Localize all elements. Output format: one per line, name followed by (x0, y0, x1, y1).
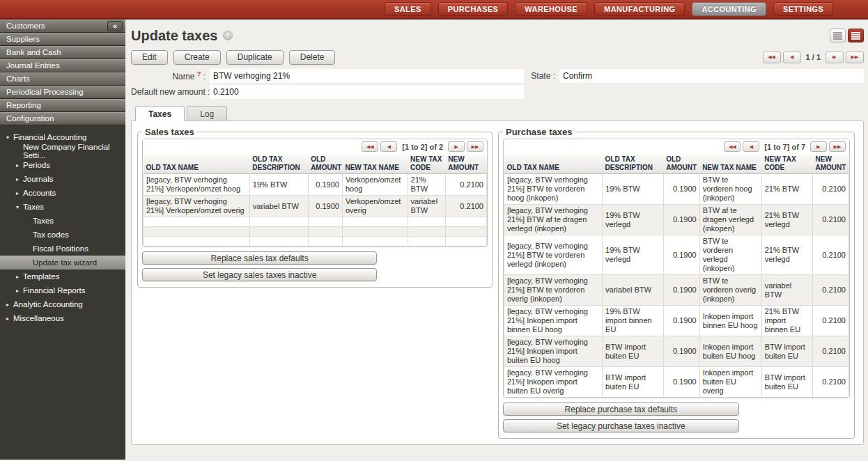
button-set-legacy-sales-taxes-inactive[interactable]: Set legacy sales taxes inactive (142, 268, 377, 281)
pager-last-button[interactable]: ▶▶ (467, 141, 483, 152)
pager-first-button[interactable]: ◀◀ (763, 52, 781, 63)
tab-log[interactable]: Log (187, 106, 227, 121)
tree-down-arrow-icon: ▾ (6, 134, 13, 141)
list-view-icon[interactable] (830, 29, 846, 42)
top-menu-sales[interactable]: SALES (385, 2, 431, 16)
sidebar-tree-item-periods[interactable]: ▸Periods (0, 158, 125, 172)
tree-right-arrow-icon: ▸ (16, 190, 23, 196)
pager-next-button[interactable]: ▶ (810, 141, 827, 152)
table-cell: 0.1900 (308, 174, 342, 196)
table-row[interactable]: [legacy, BTW verhoging 21%] BTW te vorde… (504, 235, 849, 275)
sidebar-tree-item-financial-accounting[interactable]: ▾Financial Accounting (0, 130, 125, 144)
table-row[interactable]: [legacy, BTW verhoging 21%] Verkopen/omz… (144, 196, 487, 217)
sidebar-tree-item-new-company-financial-setti-[interactable]: New Company Financial Setti... (0, 144, 125, 158)
column-header[interactable]: NEW AMOUNT (445, 154, 486, 174)
pager-last-button[interactable]: ▶▶ (829, 141, 846, 152)
column-header[interactable]: OLD TAX NAME (144, 154, 250, 174)
sidebar-item-periodical-processing[interactable]: Periodical Processing (0, 86, 125, 99)
pager-prev-button[interactable]: ◀ (743, 141, 759, 152)
sidebar-tree-item-update-tax-wizard[interactable]: Update tax wizard (0, 256, 125, 269)
pager-prev-button[interactable]: ◀ (380, 141, 397, 152)
table-row[interactable]: [legacy, BTW verhoging 21%] BTW af te dr… (504, 205, 849, 235)
column-header[interactable]: OLD AMOUNT (663, 154, 699, 174)
sidebar-item-customers[interactable]: Customers« (0, 19, 125, 33)
top-menu-purchases[interactable]: PURCHASES (438, 2, 509, 16)
name-label: Name ? : (131, 70, 208, 81)
default-new-amount-label: Default new amount : (131, 87, 208, 97)
pager-range-label: [1 to 7] of 7 (764, 143, 805, 151)
name-help-icon[interactable]: ? (197, 70, 201, 77)
sidebar-tree-item-accounts[interactable]: ▸Accounts (0, 186, 125, 200)
column-header[interactable]: NEW TAX CODE (408, 154, 445, 174)
column-header[interactable]: NEW AMOUNT (812, 154, 848, 174)
sidebar-tree-item-tax-codes[interactable]: Tax codes (0, 228, 125, 242)
table-row[interactable]: [legacy, BTW verhoging 21%] Inkopen impo… (504, 306, 849, 336)
column-header[interactable]: OLD TAX DESCRIPTION (603, 154, 664, 174)
sidebar-tree-item-analytic-accounting[interactable]: ▸Analytic Accounting (0, 297, 125, 311)
sidebar-collapse-icon[interactable]: « (107, 21, 123, 31)
purchase-actions: Replace purchase tax defaultsSet legacy … (503, 403, 850, 432)
sidebar-tree: ▾Financial AccountingNew Company Financi… (0, 125, 125, 325)
table-cell: [legacy, BTW verhoging 21%] BTW te vorde… (504, 275, 603, 306)
tab-taxes[interactable]: Taxes (135, 106, 185, 121)
sidebar-tree-item-templates[interactable]: ▸Templates (0, 269, 125, 283)
table-row[interactable]: [legacy, BTW verhoging 21%] Verkopen/omz… (144, 174, 487, 196)
button-replace-purchase-tax-defaults[interactable]: Replace purchase tax defaults (503, 403, 739, 416)
pager-next-button[interactable]: ▶ (448, 141, 465, 152)
pager-first-button[interactable]: ◀◀ (362, 141, 378, 152)
create-button[interactable]: Create (173, 50, 221, 65)
sales-actions: Replace sales tax defaultsSet legacy sal… (142, 251, 488, 281)
help-icon[interactable]: ? (223, 31, 233, 40)
table-row[interactable]: [legacy, BTW verhoging 21%] BTW te vorde… (504, 174, 849, 205)
column-header[interactable]: OLD AMOUNT (308, 154, 342, 174)
table-cell: Verkopen/omzet overig (342, 196, 408, 217)
duplicate-button[interactable]: Duplicate (226, 50, 284, 65)
top-menu-manufacturing[interactable]: MANUFACTURING (594, 2, 685, 16)
form-view-icon[interactable] (848, 29, 864, 42)
pager-last-button[interactable]: ▶▶ (846, 52, 864, 63)
name-field[interactable]: BTW verhoging 21% (210, 69, 524, 83)
top-menu-warehouse[interactable]: WAREHOUSE (515, 2, 587, 16)
table-empty-cell (342, 227, 408, 237)
sidebar-item-bank-and-cash[interactable]: Bank and Cash (0, 46, 125, 59)
edit-button[interactable]: Edit (131, 50, 168, 65)
toolbar: EditCreateDuplicateDelete ◀◀◀1 / 1▶▶▶ (131, 49, 864, 65)
button-replace-sales-tax-defaults[interactable]: Replace sales tax defaults (142, 251, 377, 265)
column-header[interactable]: NEW TAX NAME (342, 154, 408, 174)
sidebar-tree-item-miscellaneous[interactable]: ▸Miscellaneous (0, 311, 125, 325)
sidebar-tree-item-fiscal-positions[interactable]: Fiscal Positions (0, 242, 125, 256)
state-field[interactable]: Confirm (559, 69, 864, 83)
sidebar-item-label: Journal Entries (6, 61, 60, 70)
table-row[interactable]: [legacy, BTW verhoging 21%] BTW te vorde… (504, 275, 849, 306)
tree-right-arrow-icon: ▸ (16, 274, 23, 280)
column-header[interactable]: NEW TAX NAME (699, 154, 761, 174)
sidebar-item-suppliers[interactable]: Suppliers (0, 33, 125, 46)
column-header[interactable]: NEW TAX CODE (761, 154, 812, 174)
sidebar-item-label: Customers (6, 22, 45, 30)
table-cell: BTW import buiten EU (603, 336, 664, 367)
sidebar-item-configuration[interactable]: Configuration (0, 112, 125, 125)
table-row[interactable]: [legacy, BTW verhoging 21%] Inkopen impo… (504, 336, 849, 367)
state-label: State : (526, 71, 557, 81)
sidebar-item-journal-entries[interactable]: Journal Entries (0, 59, 125, 72)
default-new-amount-field[interactable]: 0.2100 (210, 85, 524, 99)
column-header[interactable]: OLD TAX DESCRIPTION (249, 154, 308, 174)
sidebar-tree-item-taxes[interactable]: ▾Taxes (0, 200, 125, 214)
table-cell: 0.2100 (445, 196, 486, 217)
sidebar-tree-item-journals[interactable]: ▸Journals (0, 172, 125, 186)
sidebar-item-label: Bank and Cash (6, 48, 61, 56)
column-header[interactable]: OLD TAX NAME (504, 154, 603, 174)
sidebar-item-reporting[interactable]: Reporting (0, 99, 125, 112)
sidebar-item-charts[interactable]: Charts (0, 72, 125, 86)
button-set-legacy-purchase-taxes-inactive[interactable]: Set legacy purchase taxes inactive (503, 419, 739, 432)
pager-first-button[interactable]: ◀◀ (724, 141, 741, 152)
table-cell: 0.1900 (663, 275, 699, 306)
pager-next-button[interactable]: ▶ (826, 52, 844, 63)
table-row[interactable]: [legacy, BTW verhoging 21%] Inkopen impo… (504, 367, 849, 398)
top-menu-accounting[interactable]: ACCOUNTING (692, 2, 766, 16)
sidebar-tree-item-taxes[interactable]: Taxes (0, 214, 125, 228)
pager-prev-button[interactable]: ◀ (783, 52, 801, 63)
top-menu-settings[interactable]: SETTINGS (773, 2, 833, 16)
delete-button[interactable]: Delete (289, 50, 336, 65)
sidebar-tree-item-financial-reports[interactable]: ▸Financial Reports (0, 283, 125, 297)
